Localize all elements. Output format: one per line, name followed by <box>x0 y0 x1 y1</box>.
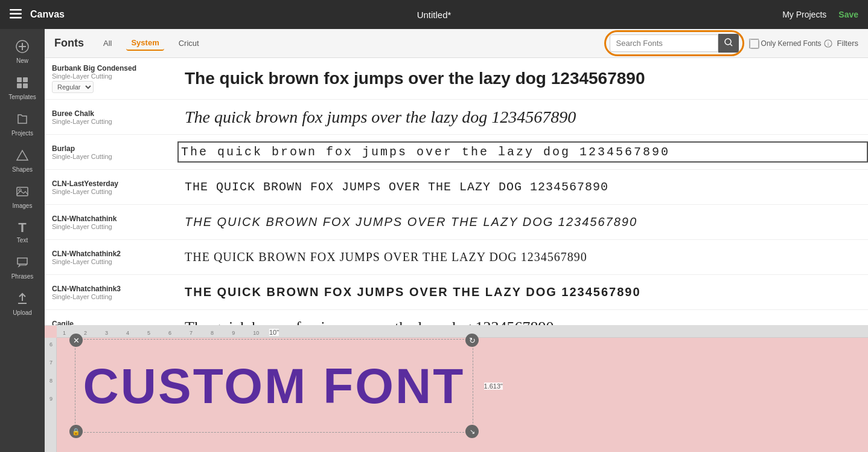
font-name: Buree Chalk <box>52 109 170 118</box>
font-meta: Burlap Single-Layer Cutting <box>45 142 177 163</box>
font-row[interactable]: Buree Chalk Single-Layer Cutting The qui… <box>45 100 868 135</box>
rotate-icon: ↻ <box>469 336 476 345</box>
font-name: Burlap <box>52 144 170 153</box>
font-preview: THE QUICK BROWN FOX JUMPS OVER THE LAZY … <box>177 178 868 196</box>
svg-marker-10 <box>17 150 28 160</box>
sidebar-item-new[interactable]: New <box>0 35 45 69</box>
dimension-height: 1.613" <box>484 383 503 390</box>
font-row[interactable]: CLN-Whatchathink2 Single-Layer Cutting T… <box>45 240 868 275</box>
kerned-fonts-label[interactable]: Only Kerned Fonts i <box>749 39 832 48</box>
kerned-checkbox[interactable] <box>749 39 759 48</box>
save-button[interactable]: Save <box>838 10 858 19</box>
svg-rect-16 <box>750 39 759 48</box>
menu-icon[interactable] <box>10 8 22 22</box>
search-button[interactable] <box>718 34 739 53</box>
dimension-width: 10" <box>269 329 279 336</box>
svg-rect-7 <box>23 77 28 82</box>
font-name: CLN-Whatchathink3 <box>52 285 170 293</box>
font-meta: CLN-Whatchathink Single-Layer Cutting <box>45 212 177 233</box>
font-preview: THE QUICK BROWN FOX JUMPS OVER THE LAZY … <box>177 283 868 302</box>
kerned-label-text: Only Kerned Fonts <box>761 39 822 48</box>
svg-rect-2 <box>10 17 22 19</box>
font-type: Single-Layer Cutting <box>52 223 170 230</box>
svg-rect-1 <box>10 13 22 15</box>
document-title: Untitled* <box>417 10 452 20</box>
shapes-icon <box>16 149 29 164</box>
font-style-select[interactable]: Regular <box>52 81 94 93</box>
font-type: Single-Layer Cutting <box>52 293 170 300</box>
filters-button[interactable]: Filters <box>837 39 858 48</box>
svg-line-15 <box>730 44 732 46</box>
font-type: Single-Layer Cutting <box>52 73 170 80</box>
canvas-area: 1 2 3 4 5 6 7 8 9 10 6 7 8 9 10" 1.613" … <box>45 325 868 452</box>
filter-system-button[interactable]: System <box>126 36 164 51</box>
search-highlight <box>604 30 744 56</box>
sidebar-label-text: Text <box>17 237 28 244</box>
svg-rect-0 <box>10 9 22 11</box>
info-icon: i <box>824 39 832 48</box>
phrases-icon <box>16 256 29 271</box>
projects-icon <box>16 112 29 128</box>
search-wrapper: Only Kerned Fonts i Filters <box>604 30 858 56</box>
font-preview: The quick brown fox jumps over the lazy … <box>177 141 868 163</box>
sidebar-label-templates: Templates <box>8 94 36 100</box>
font-name: CLN-LastYesterday <box>52 179 170 188</box>
sidebar-label-images: Images <box>13 202 33 209</box>
images-icon <box>16 185 29 200</box>
svg-rect-6 <box>17 77 22 82</box>
font-header: Fonts All System Cricut <box>45 29 868 58</box>
sidebar-item-upload[interactable]: Upload <box>0 287 45 321</box>
svg-rect-8 <box>17 83 22 88</box>
font-meta: CLN-Whatchathink3 Single-Layer Cutting <box>45 282 177 303</box>
my-projects-link[interactable]: My Projects <box>782 10 826 19</box>
svg-text:i: i <box>828 41 829 47</box>
upload-icon <box>16 292 29 307</box>
selection-box[interactable]: 10" 1.613" ✕ ↻ 🔒 ↘ CUSTOM FONT <box>75 339 473 433</box>
sidebar-item-text[interactable]: T Text <box>0 216 45 248</box>
sidebar-label-upload: Upload <box>13 309 32 316</box>
fonts-title: Fonts <box>54 37 84 50</box>
font-preview: The quick brown fox jumps over the lazy … <box>177 66 868 91</box>
topbar: Canvas Untitled* My Projects Save <box>0 0 868 29</box>
font-row[interactable]: CLN-Whatchathink Single-Layer Cutting TH… <box>45 205 868 240</box>
font-name: CLN-Whatchathink <box>52 215 170 223</box>
font-preview: THE QUICK BROWN FOX JUMPS OVER THE LAZY … <box>177 248 868 266</box>
font-type: Single-Layer Cutting <box>52 258 170 265</box>
search-fonts-input[interactable] <box>610 34 718 52</box>
sidebar-label-projects: Projects <box>11 130 33 137</box>
resize-icon: ↘ <box>470 428 475 436</box>
sidebar-label-shapes: Shapes <box>12 166 33 173</box>
sidebar-item-projects[interactable]: Projects <box>0 108 45 141</box>
text-icon: T <box>18 221 26 234</box>
font-row[interactable]: Burbank Big Condensed Single-Layer Cutti… <box>45 58 868 100</box>
filter-cricut-button[interactable]: Cricut <box>174 36 204 50</box>
svg-point-14 <box>725 39 731 45</box>
font-meta: CLN-Whatchathink2 Single-Layer Cutting <box>45 247 177 268</box>
font-meta: Buree Chalk Single-Layer Cutting <box>45 107 177 128</box>
topbar-actions: My Projects Save <box>782 10 858 19</box>
font-type: Single-Layer Cutting <box>52 153 170 160</box>
sidebar-item-templates[interactable]: Templates <box>0 71 45 105</box>
sidebar-label-new: New <box>16 57 28 64</box>
app-title: Canvas <box>30 9 65 20</box>
templates-icon <box>16 76 29 91</box>
font-preview: THE QUICK BROWN FOX JUMPS OVER THE LAZY … <box>177 213 868 231</box>
font-name: Burbank Big Condensed <box>52 64 170 73</box>
new-icon <box>16 40 29 55</box>
sidebar: New Templates Projects <box>0 29 45 452</box>
font-name: CLN-Whatchathink2 <box>52 250 170 258</box>
canvas-text[interactable]: CUSTOM FONT <box>78 343 470 429</box>
ruler-horizontal: 1 2 3 4 5 6 7 8 9 10 <box>57 326 868 338</box>
font-row[interactable]: CLN-Whatchathink3 Single-Layer Cutting T… <box>45 275 868 310</box>
font-row[interactable]: Burlap Single-Layer Cutting The quick br… <box>45 135 868 170</box>
filter-all-button[interactable]: All <box>98 36 116 50</box>
font-type: Single-Layer Cutting <box>52 188 170 195</box>
sidebar-item-phrases[interactable]: Phrases <box>0 251 45 285</box>
sidebar-item-shapes[interactable]: Shapes <box>0 144 45 178</box>
sidebar-label-phrases: Phrases <box>11 273 34 280</box>
sidebar-item-images[interactable]: Images <box>0 180 45 214</box>
font-row[interactable]: CLN-LastYesterday Single-Layer Cutting T… <box>45 170 868 205</box>
svg-rect-9 <box>23 83 28 88</box>
svg-rect-11 <box>17 187 28 196</box>
font-meta: Burbank Big Condensed Single-Layer Cutti… <box>45 62 177 95</box>
